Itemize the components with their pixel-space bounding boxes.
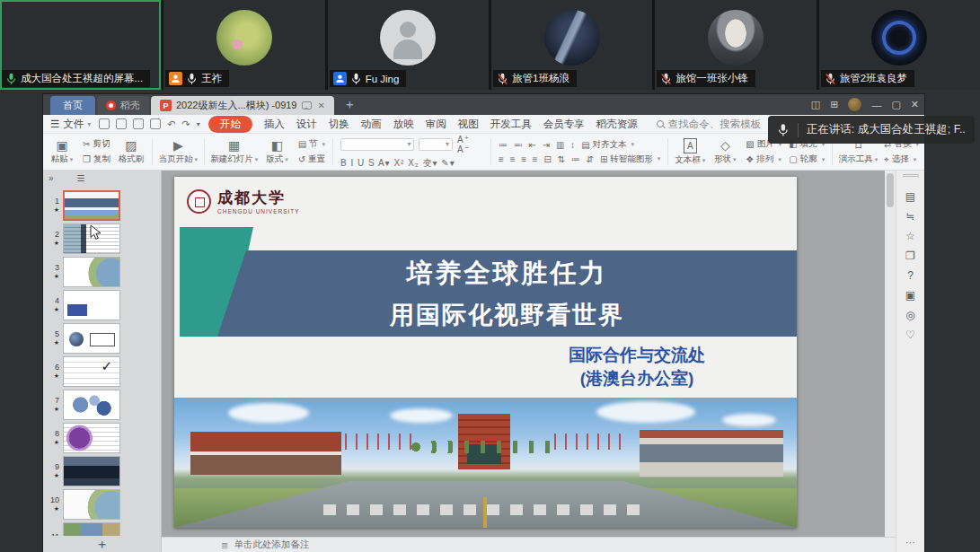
role-badge-icon [169, 72, 182, 85]
alignment-icons[interactable]: ≡ ≡ ≡ ≡ ⊟ ⇅ ≔ ⇵ [499, 154, 596, 164]
department-text[interactable]: 国际合作与交流处 (港澳台办公室) [471, 344, 797, 390]
media-icon[interactable]: ▣ [902, 286, 920, 304]
font-format-row[interactable]: B I U S A▾ X² X₂ 变▾ ✎▾ [340, 157, 483, 170]
add-slide-button[interactable]: ＋ [43, 536, 161, 552]
menu-item-docer-res[interactable]: 稻壳资源 [596, 118, 638, 131]
scrollbar-thumb[interactable] [887, 173, 894, 207]
slide-thumbnail-2[interactable]: 2★ [43, 223, 162, 254]
video-tile[interactable]: 旅管2班袁良梦 [819, 0, 980, 90]
search-icon [657, 120, 664, 127]
collect-icon[interactable]: ♡ [902, 326, 920, 344]
notes-icon: ≣ [221, 540, 228, 550]
tab-bar: 首页 稻壳 P 2022级新生入...模块) -0919 ✕ ＋ ◫ ⊞ — ▢… [43, 94, 924, 115]
menu-item-member[interactable]: 会员专享 [543, 118, 585, 131]
participant-name: 旅管1班杨浪 [512, 72, 569, 85]
new-slide-button[interactable]: ▦ 新建幻灯片 [212, 135, 257, 169]
select-button[interactable]: ⌖选择 [884, 153, 919, 165]
video-tile[interactable]: 旅馆一班张小锋 [655, 0, 816, 90]
save-icon[interactable] [99, 118, 110, 129]
notes-bar[interactable]: ≣ 单击此处添加备注 [162, 537, 896, 552]
to-smartart-button[interactable]: ⊞转智能图形 [600, 153, 660, 165]
customize-toolbar-icon[interactable]: ▾ [197, 120, 200, 128]
reset-button[interactable]: ↺重置 [298, 153, 325, 165]
paste-button[interactable]: ▣ 粘贴 [49, 135, 75, 169]
navigate-icon[interactable]: ◎ [902, 306, 920, 324]
video-tile[interactable]: 成大国合处王祺超的屏幕... [0, 0, 161, 90]
minimize-button[interactable]: — [871, 100, 881, 110]
slide-thumbnail-9[interactable]: 9★ [43, 456, 162, 486]
mic-muted-icon [825, 73, 836, 85]
account-avatar[interactable] [848, 98, 861, 111]
copy-button[interactable]: ❐复制 [83, 153, 110, 165]
play-from-current-button[interactable]: ▶ 当页开始 [160, 135, 197, 169]
participant-nameplate: 旅馆一班张小锋 [657, 70, 755, 87]
video-tile[interactable]: 旅管1班杨浪 [491, 0, 652, 90]
menu-item-animation[interactable]: 动画 [361, 118, 382, 131]
help-icon[interactable]: ? [902, 267, 920, 285]
university-logo[interactable]: 成都大学 CHENGDU UNIVERSITY [187, 188, 300, 215]
more-tools-icon[interactable]: ⋯ [905, 537, 915, 548]
effects-icon[interactable]: ☆ [902, 227, 920, 245]
slide-thumbnail-5[interactable]: 5★ [43, 323, 162, 354]
campus-photo[interactable] [174, 398, 797, 528]
slide-thumbnail-3[interactable]: 3★ [43, 257, 162, 287]
slide-thumbnail-4[interactable]: 4★ [43, 290, 162, 320]
slide-thumbnail-8[interactable]: 8★ [43, 423, 162, 453]
slide-thumbnail-1[interactable]: 1★ [43, 190, 162, 221]
arrange-button[interactable]: ❖排列 [746, 153, 781, 165]
export-icon[interactable] [116, 118, 127, 129]
font-size-select[interactable] [419, 138, 453, 151]
shape-icon: ◇ [720, 139, 730, 153]
menu-item-design[interactable]: 设计 [296, 118, 317, 131]
undo-icon[interactable]: ↶ [167, 118, 175, 130]
cut-button[interactable]: ✂剪切 [83, 138, 110, 150]
slide-canvas[interactable]: 成都大学 CHENGDU UNIVERSITY 培养全球胜任力 用国际化视野看世… [162, 171, 896, 537]
section-button[interactable]: ▤节 [298, 138, 325, 150]
file-menu[interactable]: ☰ 文件 ▾ [50, 118, 91, 131]
menu-item-transition[interactable]: 切换 [329, 118, 349, 131]
menu-item-view[interactable]: 视图 [458, 118, 479, 131]
slide-thumbnail-10[interactable]: 10★ [43, 489, 162, 520]
menu-item-review[interactable]: 审阅 [426, 118, 446, 131]
menu-item-insert[interactable]: 插入 [264, 118, 285, 131]
title-banner[interactable]: 培养全球胜任力 用国际化视野看世界 [217, 250, 797, 337]
collapse-panel-icon[interactable]: » [49, 173, 54, 183]
textbox-button[interactable]: A 文本框 [675, 135, 704, 169]
format-painter-button[interactable]: ▨ 格式刷 [118, 135, 145, 169]
tab-document[interactable]: P 2022级新生入...模块) -0919 ✕ [151, 96, 334, 115]
menu-item-slideshow[interactable]: 放映 [393, 118, 414, 131]
props-icon[interactable]: ▤ [902, 188, 920, 206]
redo-icon[interactable]: ↷ [182, 118, 190, 130]
slide-thumbnail-7[interactable]: 7★ [43, 390, 162, 420]
close-tab-icon[interactable]: ✕ [316, 101, 325, 110]
font-grow-shrink[interactable]: A⁺ A⁻ [457, 135, 483, 154]
grid-view-icon[interactable]: ⊞ [830, 99, 838, 110]
video-tile[interactable]: 王祚 [163, 0, 324, 90]
close-button[interactable]: ✕ [911, 99, 919, 110]
rail-handle-icon[interactable] [903, 174, 919, 177]
menu-item-start[interactable]: 开始 [208, 116, 252, 133]
preview-icon[interactable] [150, 118, 161, 129]
windows-icon[interactable]: ❐ [902, 247, 920, 265]
star-icon: ★ [54, 472, 59, 480]
restore-button[interactable]: ▢ [891, 99, 900, 110]
command-search[interactable]: 查找命令、搜索模板 [657, 118, 762, 131]
split-view-icon[interactable]: ◫ [811, 99, 820, 110]
layout-button[interactable]: ◧ 版式 [264, 135, 291, 169]
slide-thumbnail-6[interactable]: 6★ [43, 356, 162, 387]
outline-view-icon[interactable]: ☰ [77, 173, 85, 183]
adjust-icon[interactable]: ≒ [902, 207, 920, 225]
list-indent-icons[interactable]: ≔ ≕ ⇤ ⇥ ▥ ↕ [499, 140, 577, 150]
tab-docer[interactable]: 稻壳 [97, 96, 149, 115]
menu-item-devtools[interactable]: 开发工具 [490, 118, 532, 131]
shape-button[interactable]: ◇ 形状 [711, 135, 738, 169]
vertical-scrollbar[interactable] [885, 171, 896, 537]
align-text-button[interactable]: ▤对齐文本 [581, 139, 634, 151]
tab-home[interactable]: 首页 [50, 96, 95, 115]
new-tab-button[interactable]: ＋ [336, 97, 363, 113]
comment-icon[interactable] [302, 101, 312, 110]
print-icon[interactable] [133, 118, 144, 129]
font-family-select[interactable] [340, 138, 414, 151]
video-tile[interactable]: Fu Jing [328, 0, 489, 90]
outline-button[interactable]: ▢轮廓 [789, 153, 825, 165]
